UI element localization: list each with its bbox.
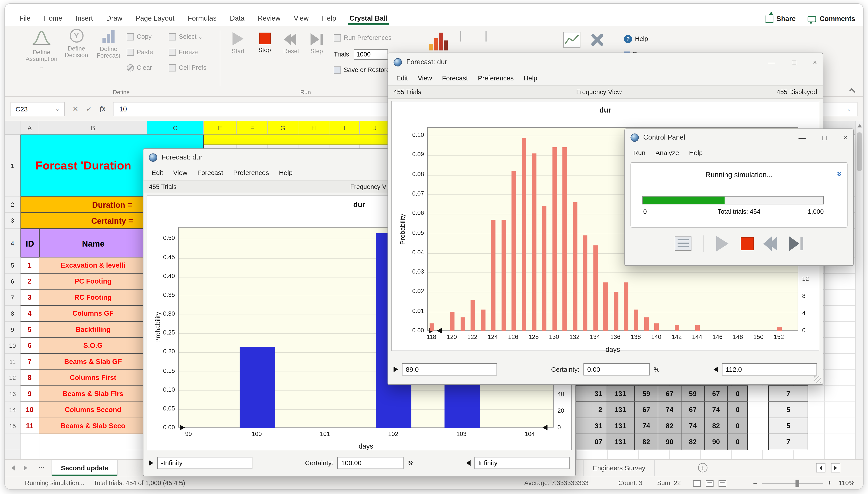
activity-id-cell[interactable]: 8 <box>21 370 39 386</box>
activity-name-cell[interactable]: Beams & Slab GF <box>39 354 147 370</box>
data-cell[interactable]: 67 <box>658 385 682 402</box>
reset-simulation-button[interactable] <box>766 236 777 251</box>
row-header[interactable]: 8 <box>5 306 21 322</box>
tab-page-layout[interactable]: Page Layout <box>129 11 181 26</box>
range-min-input[interactable] <box>402 363 497 376</box>
sheet-more-button[interactable]: … <box>38 462 45 470</box>
max-grabber-icon[interactable] <box>466 460 471 466</box>
activity-name-cell[interactable]: Columns GF <box>39 306 147 322</box>
range-grabber-right-icon[interactable] <box>542 425 548 431</box>
define-forecast-button[interactable]: Define Forecast <box>94 29 123 84</box>
activity-id-cell[interactable]: 5 <box>21 322 39 338</box>
column-header-h[interactable]: H <box>298 121 330 135</box>
stop-button[interactable]: Stop <box>253 29 276 84</box>
data-cell[interactable]: 7 <box>768 434 808 450</box>
row-header[interactable]: 12 <box>5 370 21 386</box>
sheet-nav-right-icon[interactable] <box>24 465 27 473</box>
enter-button[interactable]: ✓ <box>86 105 92 113</box>
zoom-level[interactable]: 110% <box>839 480 854 486</box>
zoom-in-button[interactable]: + <box>828 480 831 486</box>
cell-prefs-button[interactable]: Cell Prefs <box>169 62 206 74</box>
data-cell[interactable]: 67 <box>681 402 705 418</box>
activity-name-cell[interactable]: Beams & Slab Firs <box>39 386 147 402</box>
range-max-input[interactable] <box>475 457 570 469</box>
clear-button[interactable]: Clear <box>127 62 152 74</box>
name-box-caret-icon[interactable]: ⌄ <box>55 106 60 112</box>
zoom-out-button[interactable]: – <box>753 480 757 486</box>
more-tools-chart-button[interactable] <box>563 32 581 51</box>
column-header-f[interactable]: F <box>237 121 268 135</box>
copy-button[interactable]: Copy <box>127 31 152 43</box>
menu-preferences[interactable]: Preferences <box>473 73 518 83</box>
menu-analyze[interactable]: Analyze <box>651 148 684 158</box>
maximize-icon[interactable]: □ <box>792 58 796 66</box>
define-assumption-button[interactable]: Define Assumption <box>25 29 58 84</box>
add-sheet-button[interactable]: + <box>698 463 708 473</box>
tab-view[interactable]: View <box>287 11 315 26</box>
tab-insert[interactable]: Insert <box>69 11 99 26</box>
row-header[interactable]: 9 <box>5 322 21 338</box>
data-cell[interactable]: 0 <box>727 418 748 434</box>
data-cell[interactable]: 131 <box>606 385 635 402</box>
zoom-slider-thumb[interactable] <box>795 480 800 487</box>
row-header[interactable]: 5 <box>5 258 21 274</box>
range-min-input[interactable] <box>157 457 252 469</box>
row-header[interactable] <box>5 434 21 450</box>
row-header[interactable]: 6 <box>5 273 21 290</box>
minimize-icon[interactable]: — <box>798 134 806 141</box>
range-grabber-left-icon[interactable] <box>180 425 185 431</box>
data-cell[interactable]: 90 <box>658 434 682 450</box>
max-grabber-icon[interactable] <box>714 367 718 372</box>
data-cell[interactable]: 82 <box>634 434 658 450</box>
stop-simulation-button[interactable] <box>741 237 754 250</box>
select-button[interactable]: Select <box>169 31 203 43</box>
range-grabber-right-icon[interactable] <box>437 328 442 334</box>
menu-edit[interactable]: Edit <box>147 168 168 178</box>
normal-view-icon[interactable] <box>693 480 701 487</box>
min-grabber-icon[interactable] <box>149 460 154 466</box>
name-box[interactable]: C23⌄ <box>11 102 65 116</box>
activity-id-cell[interactable]: 11 <box>21 418 39 434</box>
row-header[interactable]: 15 <box>5 418 21 434</box>
row-header[interactable]: 10 <box>5 338 21 354</box>
cell[interactable] <box>21 450 39 459</box>
certainty-input[interactable] <box>584 363 650 376</box>
view-charts-button[interactable] <box>429 32 448 51</box>
zoom-slider[interactable] <box>762 483 823 484</box>
save-restore-button[interactable]: Save or Restore <box>334 64 390 76</box>
column-header-e[interactable]: E <box>204 121 237 135</box>
menu-view[interactable]: View <box>413 73 437 83</box>
activity-name-cell[interactable]: PC Footing <box>39 273 147 290</box>
menu-forecast[interactable]: Forecast <box>193 168 228 178</box>
tab-formulas[interactable]: Formulas <box>181 11 223 26</box>
data-cell[interactable]: 59 <box>634 385 658 402</box>
data-cell[interactable]: 82 <box>681 434 705 450</box>
data-cell[interactable]: 5 <box>768 402 808 418</box>
scrollbar-thumb[interactable] <box>857 132 862 171</box>
row-header[interactable]: 4 <box>5 229 21 258</box>
formula-bar-expand-icon[interactable]: ⌄ <box>847 106 851 112</box>
range-max-input[interactable] <box>722 363 817 376</box>
data-cell[interactable]: 82 <box>704 418 728 434</box>
maximize-icon[interactable]: □ <box>822 134 827 141</box>
step-button[interactable]: Step <box>305 29 328 84</box>
certainty-input[interactable] <box>337 457 404 469</box>
activity-name-cell[interactable]: RC Footing <box>39 290 147 306</box>
column-header-b[interactable]: B <box>39 121 147 135</box>
tab-review[interactable]: Review <box>251 11 287 26</box>
expand-panel-icon[interactable]: « <box>833 171 844 176</box>
scroll-up-icon[interactable] <box>857 124 862 127</box>
cancel-button[interactable]: ✕ <box>73 105 78 113</box>
data-cell[interactable]: 131 <box>606 418 635 434</box>
single-step-button[interactable] <box>789 236 803 251</box>
tab-scroll-left-button[interactable] <box>816 463 826 473</box>
column-header-g[interactable]: G <box>268 121 298 135</box>
cell[interactable] <box>39 450 147 459</box>
tab-data[interactable]: Data <box>223 11 251 26</box>
column-header-j[interactable]: J <box>360 121 391 135</box>
data-cell[interactable]: 82 <box>658 418 682 434</box>
sheet-tab-engineers-survey[interactable]: Engineers Survey <box>584 460 655 476</box>
activity-name-cell[interactable]: Backfilling <box>39 322 147 338</box>
tab-file[interactable]: File <box>13 11 37 26</box>
gap-cell[interactable] <box>748 434 769 450</box>
